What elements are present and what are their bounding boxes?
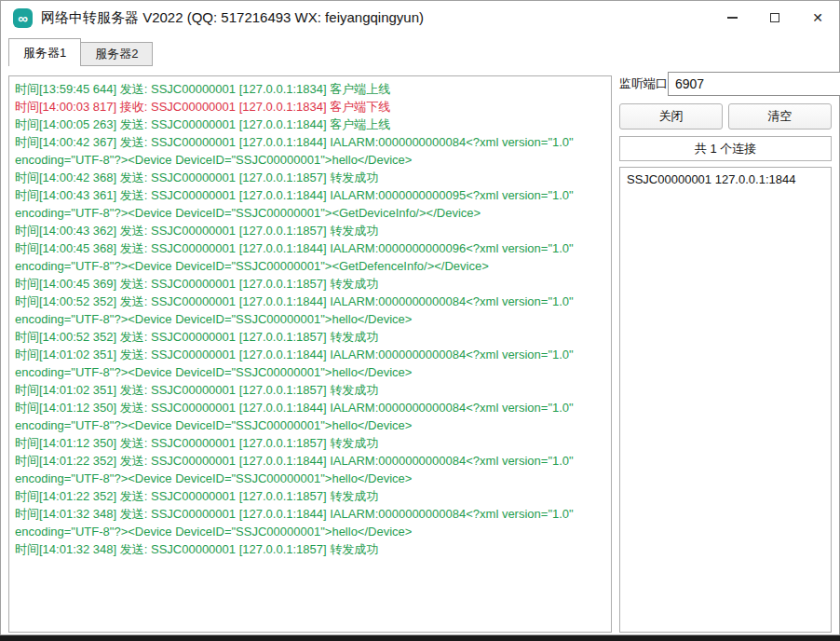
log-line: 时间[14:00:52 352] 发送: SSJC00000001 [127.0… <box>15 293 605 328</box>
tab-bar: 服务器1 服务器2 <box>8 38 153 66</box>
log-line: 时间[14:01:32 348] 发送: SSJC00000001 [127.0… <box>15 540 605 558</box>
action-buttons-row: 关闭 清空 <box>619 103 832 130</box>
app-window: ∞ 网络中转服务器 V2022 (QQ: 517216493 WX: feiya… <box>0 0 840 635</box>
minimize-button[interactable] <box>711 1 753 34</box>
tab-server2[interactable]: 服务器2 <box>81 42 153 66</box>
log-line: 时间[14:01:22 352] 发送: SSJC00000001 [127.0… <box>15 452 605 487</box>
connection-list[interactable]: SSJC00000001 127.0.0.1:1844 <box>619 167 832 633</box>
connection-list-item[interactable]: SSJC00000001 127.0.0.1:1844 <box>620 170 831 188</box>
maximize-icon <box>770 13 779 22</box>
log-line: 时间[14:00:42 367] 发送: SSJC00000001 [127.0… <box>15 133 605 169</box>
window-title: 网络中转服务器 V2022 (QQ: 517216493 WX: feiyang… <box>41 9 424 27</box>
log-line: 时间[13:59:45 644] 发送: SSJC00000001 [127.0… <box>15 80 605 98</box>
close-button[interactable]: ✕ <box>796 1 839 34</box>
log-line: 时间[14:00:45 369] 发送: SSJC00000001 [127.0… <box>15 275 605 293</box>
tab-server1[interactable]: 服务器1 <box>8 38 81 66</box>
right-panel: 监听端口 关闭 清空 共 1 个连接 SSJC00000001 127.0.0.… <box>619 72 832 633</box>
listen-port-row: 监听端口 <box>619 72 832 96</box>
app-logo-icon: ∞ <box>13 8 33 28</box>
log-line: 时间[14:00:43 362] 发送: SSJC00000001 [127.0… <box>15 222 605 239</box>
log-line: 时间[14:01:02 351] 发送: SSJC00000001 [127.0… <box>15 381 605 399</box>
log-output-area[interactable]: 时间[13:59:45 644] 发送: SSJC00000001 [127.0… <box>8 75 612 633</box>
log-line: 时间[14:01:12 350] 发送: SSJC00000001 [127.0… <box>15 434 605 452</box>
title-bar[interactable]: ∞ 网络中转服务器 V2022 (QQ: 517216493 WX: feiya… <box>1 1 839 34</box>
minimize-icon <box>727 17 738 19</box>
log-line: 时间[14:00:52 352] 发送: SSJC00000001 [127.0… <box>15 328 605 346</box>
log-line: 时间[14:00:43 361] 发送: SSJC00000001 [127.0… <box>15 186 605 222</box>
log-line: 时间[14:01:02 351] 发送: SSJC00000001 [127.0… <box>15 346 605 381</box>
log-line: 时间[14:01:12 350] 发送: SSJC00000001 [127.0… <box>15 399 605 434</box>
connection-count-label: 共 1 个连接 <box>619 136 832 161</box>
clear-log-button[interactable]: 清空 <box>728 103 832 130</box>
log-line: 时间[14:01:32 348] 发送: SSJC00000001 [127.0… <box>15 505 605 540</box>
log-line: 时间[14:00:45 368] 发送: SSJC00000001 [127.0… <box>15 239 605 275</box>
log-line: 时间[14:00:05 263] 发送: SSJC00000001 [127.0… <box>15 116 605 133</box>
close-icon: ✕ <box>812 11 823 24</box>
log-line: 时间[14:00:03 817] 接收: SSJC00000001 [127.0… <box>15 98 605 116</box>
window-controls: ✕ <box>711 1 839 34</box>
log-line: 时间[14:00:42 368] 发送: SSJC00000001 [127.0… <box>15 169 605 186</box>
listen-port-label: 监听端口 <box>619 75 668 92</box>
close-server-button[interactable]: 关闭 <box>619 103 723 130</box>
listen-port-input[interactable] <box>668 72 840 96</box>
log-line: 时间[14:01:22 352] 发送: SSJC00000001 [127.0… <box>15 487 605 505</box>
maximize-button[interactable] <box>753 1 796 34</box>
